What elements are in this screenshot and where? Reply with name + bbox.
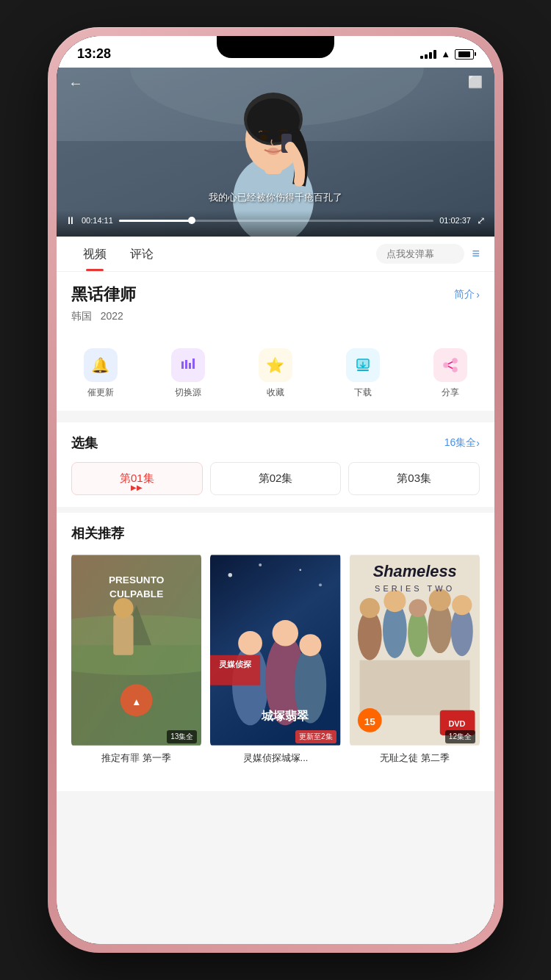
notify-button[interactable]: 🔔 催更新 [84,348,118,399]
video-subtitle: 我的心已经被你伤得千疮百孔了 [57,191,494,204]
share-icon [433,348,467,382]
episode-btn-2[interactable]: 第02集 [210,462,342,495]
tabs-right: ≡ [376,244,480,264]
recommendations: 相关推荐 [57,513,494,777]
show-info: 黑话律师 简介 › 韩国 2022 [57,272,494,341]
collect-icon: ⭐ [259,348,292,382]
source-icon [171,348,205,382]
rec-poster-2: 灵媒侦探 城塚翡翠 更新至2集 [210,552,340,748]
svg-rect-19 [357,370,369,371]
svg-point-36 [259,563,262,566]
intro-button[interactable]: 简介 › [454,288,480,301]
download-button[interactable]: 下载 [346,348,380,399]
status-icons: ▲ [420,48,474,60]
tabs-bar: 视频 评论 ≡ [57,237,494,272]
svg-line-24 [448,367,453,369]
svg-text:SERIES TWO: SERIES TWO [375,584,455,593]
svg-point-11 [267,148,279,155]
episode-header: 选集 16集全 › [71,434,480,452]
svg-rect-28 [113,615,133,655]
notify-icon: 🔔 [84,348,118,382]
fullscreen-button[interactable]: ⤢ [477,215,486,226]
svg-line-23 [448,362,453,364]
svg-text:PRESUNTO: PRESUNTO [109,574,165,586]
screen-mode-button[interactable]: ⬜ [468,75,483,92]
svg-point-50 [359,598,379,618]
svg-point-58 [452,595,472,615]
svg-point-37 [300,569,302,572]
svg-text:Shameless: Shameless [372,562,456,580]
svg-point-35 [228,573,232,577]
rec-grid: ▲ PRESUNTO CULPABLE 13集全 推定有罪 第一季 [71,552,480,765]
danmaku-input[interactable] [376,244,464,264]
svg-point-21 [444,363,448,367]
episode-grid: 第01集 ▶▶ 第02集 第03集 [71,462,480,495]
video-bottom-controls: ⏸ 00:14:11 01:02:37 ⤢ [57,210,494,237]
episode-btn-1[interactable]: 第01集 ▶▶ [71,462,203,495]
show-meta: 韩国 2022 [71,310,480,323]
svg-text:15: 15 [364,716,375,727]
bottom-padding [57,777,494,791]
battery-icon [455,49,474,60]
danmaku-icon[interactable]: ≡ [472,246,480,262]
svg-rect-15 [189,363,191,369]
share-button[interactable]: 分享 [433,348,467,399]
svg-point-42 [273,620,298,646]
svg-rect-14 [185,360,187,369]
video-player[interactable]: ← ⬜ 我的心已经被你伤得千疮百孔了 ⏸ 00:14:11 01:02:37 [57,68,494,237]
chevron-right-icon: › [476,437,480,449]
progress-fill [119,220,192,222]
collect-button[interactable]: ⭐ 收藏 [259,348,292,399]
svg-text:DVD: DVD [448,719,465,728]
download-icon [346,348,380,382]
tab-video[interactable]: 视频 [71,237,118,271]
episode-section: 选集 16集全 › 第01集 ▶▶ 第02集 [57,422,494,507]
source-label: 切换源 [175,386,201,399]
playing-icon: ▶▶ [131,483,143,491]
action-buttons: 🔔 催更新 切换源 [57,341,494,417]
episode-btn-3[interactable]: 第03集 [348,462,480,495]
tab-underline [86,269,104,271]
progress-track[interactable] [119,220,433,222]
tab-comments[interactable]: 评论 [118,237,165,271]
rec-badge-3: 12集全 [445,730,475,743]
episode-section-title: 选集 [71,434,98,452]
svg-rect-16 [192,359,195,369]
svg-point-52 [383,590,406,612]
phone-frame: 13:28 ▲ [48,27,503,953]
rec-title: 相关推荐 [71,525,480,542]
collect-label: 收藏 [267,386,284,399]
svg-text:灵媒侦探: 灵媒侦探 [218,660,252,669]
signal-icon [420,50,436,59]
svg-point-40 [239,631,263,655]
video-top-controls: ← ⬜ [57,75,494,92]
svg-point-38 [319,583,322,586]
show-title: 黑话律师 [71,284,136,306]
download-label: 下载 [354,386,372,399]
svg-point-9 [260,134,267,140]
svg-point-29 [113,598,133,618]
rec-name-3: 无耻之徒 第二季 [350,752,480,765]
rec-item-3[interactable]: Shameless SERIES TWO DVD 15 12集全 [350,552,480,765]
pause-button[interactable]: ⏸ [65,215,76,226]
svg-point-54 [408,599,427,617]
share-label: 分享 [442,386,459,399]
back-button[interactable]: ← [68,75,83,92]
episode-more-button[interactable]: 16集全 › [444,436,480,450]
rec-badge-1: 13集全 [167,730,197,743]
rec-item-1[interactable]: ▲ PRESUNTO CULPABLE 13集全 推定有罪 第一季 [71,552,201,765]
svg-text:城塚翡翠: 城塚翡翠 [262,709,310,722]
rec-name-2: 灵媒侦探城塚... [210,752,340,765]
content-area: 视频 评论 ≡ 黑话律师 简介 [57,237,494,944]
svg-point-22 [453,367,457,372]
current-time: 00:14:11 [82,216,113,225]
svg-text:▲: ▲ [132,696,142,707]
notify-label: 催更新 [87,386,114,399]
source-button[interactable]: 切换源 [171,348,205,399]
status-time: 13:28 [77,46,111,62]
svg-rect-13 [181,361,184,369]
wifi-icon: ▲ [441,48,450,60]
svg-rect-59 [359,660,469,716]
progress-thumb[interactable] [188,217,195,224]
rec-item-2[interactable]: 灵媒侦探 城塚翡翠 更新至2集 灵媒侦探城塚... [210,552,340,765]
